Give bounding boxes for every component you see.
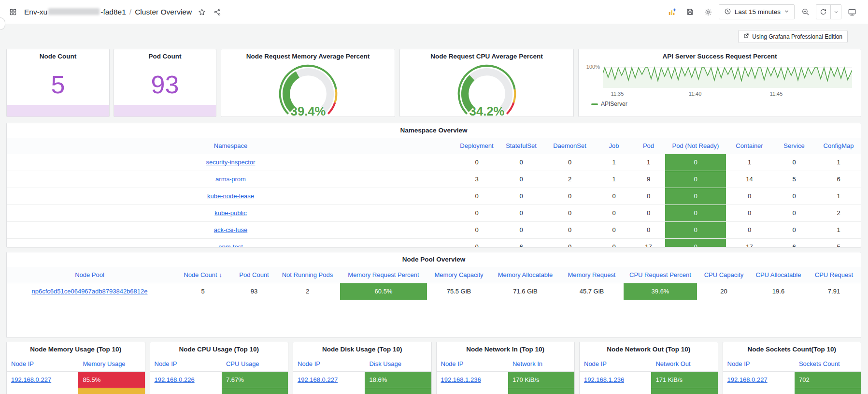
column-header[interactable]: Pod (Not Ready) <box>665 138 726 154</box>
table-link[interactable]: kube-node-lease <box>207 192 254 200</box>
panel-title[interactable]: Node Request Memory Average Percent <box>221 49 395 64</box>
column-header[interactable]: Container <box>726 138 773 154</box>
table-row: 192.168.0.22785.5% <box>7 371 145 388</box>
column-header[interactable]: Deployment <box>455 138 499 154</box>
edition-badge[interactable]: Using Grafana Professional Edition <box>738 30 848 43</box>
column-header[interactable]: Node IP <box>150 357 222 371</box>
column-header[interactable]: Pod Count <box>233 267 275 283</box>
add-panel-icon[interactable] <box>665 5 680 19</box>
column-header[interactable]: Memory Request <box>560 267 624 283</box>
refresh-interval-chevron-icon[interactable] <box>830 5 841 19</box>
table-link[interactable]: arms-prom <box>215 175 246 183</box>
column-header[interactable]: Memory Usage <box>78 357 144 371</box>
panel-title[interactable]: Node Memory Usage (Top 10) <box>7 342 145 357</box>
node-ip-link[interactable]: 192.168.0.227 <box>298 376 338 383</box>
cycle-view-monitor-icon[interactable] <box>845 5 859 19</box>
column-header[interactable]: Network In <box>508 357 574 371</box>
table-header-row: Node PoolNode Count ↓Pod CountNot Runnin… <box>7 267 861 283</box>
legend-item-apiserver[interactable]: APIServer <box>591 101 627 107</box>
column-header[interactable]: CPU Request Percent <box>624 267 697 283</box>
column-header[interactable]: Network Out <box>651 357 717 371</box>
panel-title[interactable]: Node Disk Usage (Top 10) <box>293 342 431 357</box>
column-header[interactable]: Sockets Count <box>795 357 861 371</box>
panel-title[interactable]: Node Network In (Top 10) <box>437 342 575 357</box>
column-header[interactable]: Disk Usage <box>365 357 431 371</box>
table-link[interactable]: np6cfc6d51ce064967adb8793842b6812e <box>31 288 147 295</box>
column-header[interactable]: Node Pool <box>7 267 172 283</box>
node-count-panel: Node Count 5 <box>6 49 110 117</box>
column-header[interactable]: CPU Usage <box>222 357 288 371</box>
column-header[interactable]: CPU Request <box>806 267 861 283</box>
zoom-out-time-icon[interactable] <box>798 5 812 19</box>
column-header[interactable]: Job <box>596 138 632 154</box>
column-header[interactable]: Namespace <box>7 138 455 154</box>
column-header[interactable]: Memory Allocatable <box>491 267 560 283</box>
column-header[interactable]: Memory Request Percent <box>340 267 427 283</box>
table-header-row: Node IPSockets Count <box>723 357 861 371</box>
memory-average-gauge-panel: Node Request Memory Average Percent 39.4… <box>221 49 395 117</box>
column-header[interactable]: StatefulSet <box>499 138 543 154</box>
column-header[interactable]: Node IP <box>723 357 795 371</box>
panel-title[interactable]: Namespace Overview <box>7 123 861 138</box>
value-cell: 18.6% <box>365 371 431 388</box>
table-link[interactable]: kube-public <box>214 209 247 217</box>
table-row: kube-public000000002 <box>7 204 861 221</box>
time-range-label: Last 15 minutes <box>735 8 781 15</box>
table-row: 192.168.1.236170 KiB/s <box>437 371 575 388</box>
dashboard-title[interactable]: Env-xu-fad8e1 <box>24 8 126 16</box>
node-ip-link[interactable]: 192.168.0.226 <box>155 376 195 383</box>
refresh-icon[interactable] <box>816 5 830 19</box>
top10-panel: Node Network Out (Top 10)Node IPNetwork … <box>579 342 718 394</box>
chevron-down-icon <box>784 8 789 15</box>
panel-title[interactable]: Pod Count <box>114 49 216 64</box>
node-ip-link[interactable]: 192.168.1.236 <box>441 376 481 383</box>
panel-title[interactable]: Node Sockets Count(Top 10) <box>723 342 861 357</box>
column-header[interactable]: Memory Capacity <box>427 267 491 283</box>
column-header[interactable]: CPU Allocatable <box>751 267 806 283</box>
time-range-picker[interactable]: Last 15 minutes <box>719 4 795 19</box>
table-header-row: Node IPCPU Usage <box>150 357 288 371</box>
namespace-overview-panel: Namespace Overview NamespaceDeploymentSt… <box>6 123 861 248</box>
column-header[interactable]: Node IP <box>580 357 651 371</box>
column-header[interactable]: Node Count ↓ <box>172 267 233 283</box>
panel-title[interactable]: Node Pool Overview <box>7 252 861 267</box>
column-header[interactable]: Not Running Pods <box>275 267 340 283</box>
panel-title[interactable]: Node CPU Usage (Top 10) <box>150 342 288 357</box>
refresh-button-group <box>816 4 841 19</box>
save-icon[interactable] <box>683 5 697 19</box>
share-icon[interactable] <box>210 5 225 19</box>
pod-count-panel: Pod Count 93 <box>114 49 216 117</box>
column-header[interactable]: Node IP <box>7 357 78 371</box>
column-header[interactable]: Service <box>773 138 815 154</box>
dashboards-grid-icon[interactable] <box>6 5 20 19</box>
panel-title[interactable]: API Server Success Request Percent <box>579 49 861 64</box>
table-link[interactable]: security-inspector <box>206 159 256 166</box>
favorite-star-icon[interactable] <box>195 5 209 19</box>
column-header[interactable]: Node IP <box>293 357 365 371</box>
panel-title[interactable]: Node Count <box>7 49 109 64</box>
top10-table: Node IPMemory Usage192.168.0.22785.5% <box>7 357 145 394</box>
table-header-row: Node IPNetwork Out <box>580 357 718 371</box>
api-server-panel: API Server Success Request Percent 100% … <box>578 49 861 117</box>
column-header[interactable]: Node IP <box>437 357 508 371</box>
node-ip-link[interactable]: 192.168.0.227 <box>11 376 51 383</box>
column-header[interactable]: CPU Capacity <box>697 267 751 283</box>
column-header[interactable]: DaemonSet <box>543 138 596 154</box>
panel-title[interactable]: Node Request CPU Average Percent <box>400 49 573 64</box>
column-header[interactable]: ConfigMap <box>815 138 861 154</box>
edition-badge-label: Using Grafana Professional Edition <box>752 33 842 40</box>
table-link[interactable]: apm-test <box>218 243 243 248</box>
panel-title[interactable]: Node Network Out (Top 10) <box>580 342 718 357</box>
svg-text:39.4%: 39.4% <box>290 104 326 117</box>
node-ip-link[interactable]: 192.168.1.236 <box>584 376 624 383</box>
column-header[interactable]: Pod <box>632 138 665 154</box>
table-row-partial <box>293 388 431 394</box>
breadcrumb-separator: / <box>129 8 131 16</box>
node-ip-link[interactable]: 192.168.0.227 <box>727 376 768 383</box>
dashboard-settings-gear-icon[interactable] <box>701 5 715 19</box>
x-axis-tick: 11:45 <box>770 91 783 97</box>
table-header-row: NamespaceDeploymentStatefulSetDaemonSetJ… <box>7 138 861 154</box>
table-link[interactable]: ack-csi-fuse <box>214 226 247 233</box>
stat-sparkline-area <box>7 105 109 117</box>
x-axis-tick: 11:35 <box>611 91 624 97</box>
